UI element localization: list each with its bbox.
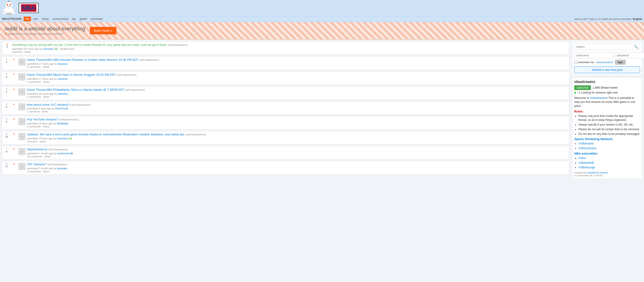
nba-subreddits-list: /r/nba /r/Basketball /r/NBAlounge [574, 156, 640, 169]
upvote-arrow[interactable]: ▲ [12, 58, 15, 60]
vote-column: ▲ [10, 58, 17, 60]
post-title[interactable]: Game Thread:NBA NBA Houston Rockets vs G… [27, 58, 138, 62]
share-link[interactable]: share [43, 65, 50, 68]
password-input[interactable] [615, 52, 644, 58]
post-actions: 3 comments share [27, 170, 567, 173]
subreddit-info-box: nbastreams subscribe 1,958 Stream lovers… [572, 78, 642, 179]
share-link[interactable]: share [43, 125, 50, 128]
nba-link[interactable]: /r/nba [578, 157, 586, 160]
comment-link[interactable]: comment [27, 140, 37, 143]
post-score: 10 [5, 135, 8, 138]
post-author[interactable]: Skibibbles [57, 122, 68, 125]
submit-text-post-button[interactable]: Submit a new text post [574, 66, 640, 73]
nav-bar: NBASTREAMS hot new rising controversial … [0, 16, 644, 22]
learn-more-button[interactable]: learn more » [90, 27, 117, 34]
comment-link[interactable]: 1 comment [27, 110, 40, 113]
subscribe-button[interactable]: subscribe [574, 85, 591, 90]
share-link[interactable]: share [40, 140, 46, 143]
post-meta: submitted 18 days ago by Skibibbles [27, 122, 567, 125]
username-input[interactable] [574, 52, 614, 58]
login-options: remember me reset password login [574, 60, 640, 65]
basketball-link[interactable]: /r/Basketball [578, 161, 594, 164]
post-domain: (self.nbastreams) [71, 103, 90, 106]
banner-arrow: ⬆ [5, 32, 7, 36]
upvote-arrow[interactable]: ▲ [12, 148, 15, 150]
post-item: 6 10 ▲ Aa Updates: We have a bot to post… [2, 131, 569, 145]
share-link[interactable]: share [43, 170, 50, 173]
tab-gilded[interactable]: gilded [78, 17, 89, 21]
comment-link[interactable]: 2 comments [27, 95, 41, 98]
online-row: ~1 Looking for streams right now [574, 91, 640, 94]
comment-link[interactable]: 4 comments [27, 65, 41, 68]
share-link[interactable]: share [44, 155, 51, 158]
search-button[interactable]: 🔍 [632, 44, 640, 50]
comment-link[interactable]: comment [12, 51, 22, 53]
post-content: Slipstreamtv.co (self.nbastreams) submit… [27, 148, 567, 158]
post-author[interactable]: sacklunchmilk [57, 152, 73, 155]
share-link[interactable]: share [43, 95, 50, 98]
subreddit-link[interactable]: /r/nbastreams [590, 96, 607, 100]
reset-password-link[interactable]: reset password [596, 61, 613, 64]
share-link[interactable]: share [43, 80, 50, 83]
upvote-arrow[interactable]: ▲ [12, 132, 15, 135]
nbalounge-link[interactable]: /r/NBAlounge [578, 166, 595, 169]
nfl-streams-link[interactable]: /r/nflstreams [578, 142, 594, 145]
post-author[interactable]: nbanicks [58, 62, 68, 65]
upvote-arrow[interactable]: ▲ [12, 103, 15, 105]
post-author[interactable]: binasako [57, 167, 68, 170]
upvote-arrow[interactable]: ▲ [6, 43, 8, 45]
rules-title: Rules: [574, 110, 640, 113]
tab-controversial[interactable]: controversial [50, 17, 70, 21]
upvote-arrow[interactable]: ▲ [12, 73, 15, 75]
tab-promoted[interactable]: promoted [89, 17, 104, 21]
svg-point-8 [2, 12, 5, 14]
vote-column: ▲ [10, 118, 17, 120]
post-title[interactable]: Slipstreamtv.co [27, 148, 47, 151]
rank-score-col: 7 8 [4, 148, 9, 153]
share-link[interactable]: share [42, 110, 48, 113]
post-actions: 16 comments share [27, 155, 567, 158]
nhl-streams-link[interactable]: /r/NHLstreams [578, 147, 596, 150]
post-item: ▲ 5 Something may be wrong with our bot … [2, 41, 569, 55]
post-title[interactable]: Game Thread:NBA Philadelphia 76ers vs At… [27, 88, 124, 91]
upvote-arrow[interactable]: ▲ [12, 163, 15, 165]
post-title[interactable]: Updates: We have a bot to post game thre… [27, 132, 185, 136]
rank-score-col: 4 8 [4, 103, 9, 108]
upvote-arrow[interactable]: ▲ [12, 88, 15, 90]
comment-link[interactable]: 3 comments [27, 170, 41, 173]
language[interactable]: English [633, 18, 642, 20]
share-link[interactable]: share [24, 51, 31, 53]
comment-link[interactable]: 2 comments [27, 125, 41, 128]
post-author[interactable]: nbanicks [58, 77, 68, 80]
svg-point-4 [7, 4, 8, 5]
tab-rising[interactable]: rising [40, 17, 50, 21]
comment-link[interactable]: 16 comments [27, 155, 42, 158]
post-title[interactable]: How about some VLC-streams? [27, 103, 70, 106]
post-title[interactable]: TNT Streams? [27, 163, 46, 166]
tab-new[interactable]: new [31, 17, 40, 21]
remember-me-checkbox[interactable] [574, 61, 577, 64]
post-tag: [M] [54, 48, 58, 50]
login-button[interactable]: login [615, 60, 626, 65]
post-author[interactable]: immorta1 [43, 48, 54, 50]
tab-top[interactable]: top [70, 17, 78, 21]
rule-item: Please do not ask for certain links to b… [578, 127, 640, 131]
post-actions: 2 comments share [27, 125, 567, 128]
creator-link[interactable]: created by rsrsrsrs [587, 171, 608, 174]
comment-link[interactable]: 2 comments [27, 80, 41, 83]
post-actions: comment share [27, 140, 567, 143]
post-author[interactable]: immorta1 [57, 137, 68, 140]
search-input[interactable] [574, 44, 632, 50]
post-rank: 1 [6, 58, 7, 61]
rule-item: Do not ask for any links to be privately… [578, 132, 640, 136]
banner-text: reddit is a website about everything [5, 26, 85, 32]
post-title[interactable]: Any YouTube streams? [27, 118, 58, 121]
tab-hot[interactable]: hot [24, 17, 31, 21]
upvote-arrow[interactable]: ▲ [12, 118, 15, 120]
post-title[interactable]: Something may be wrong with our bot :( F… [12, 43, 167, 47]
post-meta: submitted 5 days ago by PorinTumB [27, 107, 567, 110]
post-item: 4 8 ▲ Aa How about some VLC-streams? (se… [2, 101, 569, 115]
post-author[interactable]: nbanicks [58, 92, 68, 95]
post-author[interactable]: PorinTumB [55, 107, 68, 110]
post-title[interactable]: Game Thread:NBA Miami Heat vs Denver Nug… [27, 73, 116, 76]
